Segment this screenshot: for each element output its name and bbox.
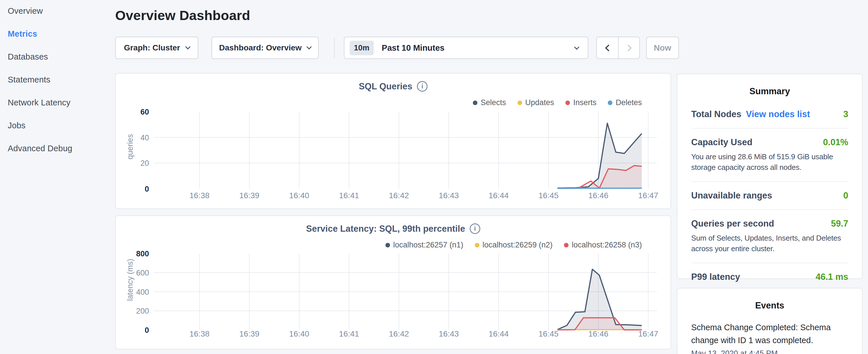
summary-label: Queries per second xyxy=(691,219,774,229)
chevron-down-icon xyxy=(185,44,190,49)
summary-title: Summary xyxy=(677,86,862,97)
sidebar-item-network-latency[interactable]: Network Latency xyxy=(8,98,70,107)
summary-row-queries-per-second: Queries per second59.7Sum of Selects, Up… xyxy=(691,210,848,263)
chevron-down-icon xyxy=(574,44,579,50)
svg-text:16:38: 16:38 xyxy=(189,191,210,200)
time-nav-group xyxy=(596,37,640,59)
summary-value: 59.7 xyxy=(831,219,848,229)
next-button xyxy=(618,37,639,58)
summary-row-line: Unavailable ranges0 xyxy=(691,190,848,201)
svg-text:16:43: 16:43 xyxy=(439,329,459,338)
sidebar: OverviewMetricsDatabasesStatementsNetwor… xyxy=(0,0,115,354)
page-title: Overview Dashboard xyxy=(115,7,250,23)
chart-plot-area[interactable]: 16:3816:3916:4016:4116:4216:4316:4416:45… xyxy=(116,74,672,210)
time-range-badge: 10m xyxy=(350,41,374,55)
chevron-right-icon xyxy=(625,44,631,51)
dashboard-dropdown-label: Dashboard: Overview xyxy=(219,43,302,53)
summary-row-line: Queries per second59.7 xyxy=(691,219,848,229)
svg-text:16:47: 16:47 xyxy=(638,329,658,338)
svg-text:16:42: 16:42 xyxy=(389,329,409,338)
svg-text:16:41: 16:41 xyxy=(339,329,359,338)
svg-text:600: 600 xyxy=(136,269,149,277)
sidebar-item-statements[interactable]: Statements xyxy=(8,75,51,85)
svg-text:16:39: 16:39 xyxy=(239,329,259,338)
summary-label: Total Nodes xyxy=(691,109,741,120)
svg-text:16:46: 16:46 xyxy=(588,329,608,338)
svg-text:16:39: 16:39 xyxy=(239,191,259,200)
svg-text:16:47: 16:47 xyxy=(638,191,658,200)
chevron-down-icon xyxy=(307,44,312,49)
sidebar-item-overview[interactable]: Overview xyxy=(8,6,43,16)
sidebar-item-advanced-debug[interactable]: Advanced Debug xyxy=(8,144,72,153)
svg-text:800: 800 xyxy=(136,250,149,258)
svg-text:16:40: 16:40 xyxy=(289,329,309,338)
svg-text:40: 40 xyxy=(141,133,149,142)
service-latency-chart-card: Service Latency: SQL, 99th percentileilo… xyxy=(115,215,671,349)
svg-text:16:42: 16:42 xyxy=(389,191,409,200)
summary-card: Summary Total NodesView nodes list3Capac… xyxy=(677,74,863,279)
sidebar-item-jobs[interactable]: Jobs xyxy=(8,121,26,130)
svg-text:0: 0 xyxy=(145,326,149,334)
summary-value: 3 xyxy=(843,109,848,120)
svg-text:60: 60 xyxy=(141,108,149,116)
chart-plot-area[interactable]: 16:3816:3916:4016:4116:4216:4316:4416:45… xyxy=(116,216,672,350)
summary-value: 46.1 ms xyxy=(815,272,848,282)
summary-row-capacity-used: Capacity Used0.01%You are using 28.6 MiB… xyxy=(691,128,848,181)
summary-row-p99-latency: P99 latency46.1 ms xyxy=(691,263,848,291)
svg-text:16:38: 16:38 xyxy=(189,329,210,338)
toolbar-divider xyxy=(334,37,335,58)
svg-text:16:40: 16:40 xyxy=(289,191,309,200)
summary-link-view-nodes-list[interactable]: View nodes list xyxy=(746,109,810,120)
event-item: Schema Change Completed: Schema change w… xyxy=(691,321,848,354)
summary-row-line: Total NodesView nodes list3 xyxy=(691,109,848,120)
sidebar-item-metrics[interactable]: Metrics xyxy=(8,29,37,39)
dashboard-dropdown[interactable]: Dashboard: Overview xyxy=(212,37,319,59)
prev-button[interactable] xyxy=(597,37,618,58)
svg-text:20: 20 xyxy=(141,159,149,167)
summary-row-line: Capacity Used0.01% xyxy=(691,137,848,148)
svg-text:16:45: 16:45 xyxy=(538,329,559,338)
event-text: Schema Change Completed: Schema change w… xyxy=(691,321,848,347)
time-range-label: Past 10 Minutes xyxy=(382,43,444,53)
event-time: May 13, 2020 at 4:45 PM xyxy=(691,349,848,354)
summary-row-total-nodes: Total NodesView nodes list3 xyxy=(691,100,848,128)
summary-value: 0.01% xyxy=(823,137,848,148)
time-range-selector[interactable]: 10m Past 10 Minutes xyxy=(344,37,588,59)
svg-text:16:43: 16:43 xyxy=(439,191,459,200)
graph-dropdown[interactable]: Graph: Cluster xyxy=(115,37,198,59)
summary-label: Capacity Used xyxy=(691,137,752,148)
summary-value: 0 xyxy=(843,190,848,201)
summary-label: P99 latency xyxy=(691,272,740,282)
summary-label: Unavailable ranges xyxy=(691,190,772,201)
svg-text:16:45: 16:45 xyxy=(538,191,559,200)
svg-text:200: 200 xyxy=(136,307,149,315)
summary-row-unavailable-ranges: Unavailable ranges0 xyxy=(691,181,848,210)
sql-queries-chart-card: SQL QueriesiSelectsUpdatesInsertsDeletes… xyxy=(115,73,671,209)
now-button: Now xyxy=(646,37,679,59)
svg-text:16:44: 16:44 xyxy=(489,329,509,338)
svg-text:16:46: 16:46 xyxy=(588,191,608,200)
events-title: Events xyxy=(677,300,862,311)
chevron-left-icon xyxy=(605,44,612,51)
summary-desc: You are using 28.6 MiB of 515.9 GiB usab… xyxy=(691,152,848,173)
summary-row-line: P99 latency46.1 ms xyxy=(691,272,848,282)
svg-text:16:41: 16:41 xyxy=(339,191,359,200)
svg-text:400: 400 xyxy=(136,288,149,296)
svg-text:16:44: 16:44 xyxy=(489,191,509,200)
sidebar-item-databases[interactable]: Databases xyxy=(8,52,48,62)
summary-desc: Sum of Selects, Updates, Inserts, and De… xyxy=(691,233,848,254)
graph-dropdown-label: Graph: Cluster xyxy=(124,43,180,53)
events-card: Events Schema Change Completed: Schema c… xyxy=(677,288,863,354)
svg-text:0: 0 xyxy=(145,185,149,193)
